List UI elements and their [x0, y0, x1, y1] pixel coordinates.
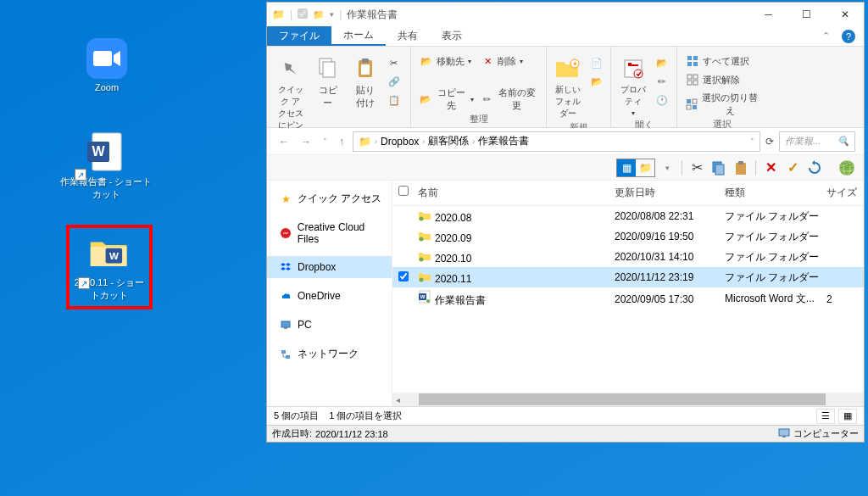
- checkbox-icon[interactable]: [298, 8, 308, 21]
- globe-button[interactable]: [837, 158, 857, 178]
- rename-button[interactable]: ✏名前の変更: [479, 86, 539, 113]
- chevron-right-icon: ›: [375, 137, 377, 146]
- copy-path-button[interactable]: 🔗: [386, 74, 404, 89]
- menu-home[interactable]: ホーム: [331, 26, 386, 46]
- svg-text:W: W: [420, 294, 426, 299]
- nav-forward-button[interactable]: →: [298, 136, 314, 148]
- cut-button[interactable]: ✂: [386, 55, 404, 70]
- column-name[interactable]: 名前: [415, 186, 615, 200]
- breadcrumb-item[interactable]: Dropbox: [381, 136, 419, 148]
- help-icon[interactable]: ?: [842, 30, 855, 43]
- search-icon: 🔍: [837, 136, 849, 147]
- file-row[interactable]: W作業報告書2020/09/05 17:30Microsoft Word 文..…: [392, 287, 864, 310]
- file-name: 2020.08: [415, 209, 615, 224]
- file-row[interactable]: 2020.082020/08/08 22:31ファイル フォルダー: [392, 206, 864, 226]
- menu-file[interactable]: ファイル: [267, 26, 331, 46]
- horizontal-scrollbar[interactable]: ◂: [392, 393, 864, 406]
- paste-button[interactable]: [731, 158, 751, 178]
- maximize-button[interactable]: ☐: [787, 3, 826, 26]
- dropdown-icon[interactable]: ▾: [330, 10, 334, 19]
- copy-button[interactable]: コピー: [311, 53, 345, 111]
- select-none-icon: [686, 73, 699, 86]
- file-date: 2020/08/08 22:31: [615, 210, 725, 222]
- open-icon: 📂: [655, 56, 669, 70]
- edit-button[interactable]: ✏: [654, 74, 672, 89]
- paste-button[interactable]: 貼り付け: [348, 53, 382, 111]
- large-icons-view-button[interactable]: ▦: [838, 409, 857, 424]
- menu-share[interactable]: 共有: [386, 26, 430, 46]
- copy-button[interactable]: [709, 158, 729, 178]
- shortcut-arrow-icon: ↗: [75, 169, 86, 181]
- svg-rect-20: [687, 75, 692, 79]
- refresh-button[interactable]: [804, 158, 825, 178]
- file-row[interactable]: 2020.092020/09/16 19:50ファイル フォルダー: [392, 226, 864, 247]
- onedrive-icon: [279, 289, 292, 303]
- refresh-button[interactable]: ⟳: [765, 136, 774, 148]
- copy-to-button[interactable]: 📂コピー先▾: [418, 86, 476, 113]
- file-row[interactable]: 2020.112020/11/12 23:19ファイル フォルダー: [392, 267, 864, 287]
- file-name: W作業報告書: [415, 290, 615, 308]
- nav-network[interactable]: ネットワーク: [267, 343, 392, 365]
- nav-dropbox[interactable]: Dropbox: [267, 256, 392, 278]
- close-button[interactable]: ✕: [826, 3, 864, 26]
- svg-point-43: [420, 278, 424, 282]
- svg-rect-36: [281, 321, 290, 327]
- ribbon-collapse-icon[interactable]: ⌃: [822, 31, 830, 42]
- zoom-app-icon: [86, 38, 127, 79]
- select-all-button[interactable]: すべて選択: [684, 53, 760, 69]
- nav-up-button[interactable]: ↑: [336, 136, 348, 148]
- scrollbar-thumb[interactable]: [419, 393, 826, 405]
- row-checkbox[interactable]: [392, 271, 415, 284]
- desktop-icon-word-shortcut[interactable]: W ↗ 作業報告書 - ショートカット: [59, 131, 153, 201]
- svg-rect-22: [687, 81, 692, 85]
- nav-back-button[interactable]: ←: [275, 136, 292, 148]
- paste-shortcut-button[interactable]: 📋: [386, 92, 404, 108]
- select-none-button[interactable]: 選択解除: [684, 72, 760, 87]
- folder-icon: [418, 249, 431, 263]
- header-checkbox[interactable]: [392, 186, 415, 200]
- new-folder-button[interactable]: ✦ 新しいフォルダー: [551, 53, 585, 121]
- nav-onedrive[interactable]: OneDrive: [267, 285, 392, 307]
- select-invert-button[interactable]: 選択の切り替え: [684, 91, 760, 118]
- nav-recent-button[interactable]: ˅: [320, 137, 331, 146]
- dropdown-button[interactable]: ▾: [657, 158, 677, 178]
- delete-button[interactable]: ✕: [760, 158, 781, 178]
- minimize-button[interactable]: ─: [749, 3, 787, 26]
- move-icon: 📂: [420, 54, 433, 68]
- file-name: 2020.09: [415, 229, 615, 244]
- view-icons-button[interactable]: 📁: [636, 159, 654, 176]
- cut-button[interactable]: ✂: [687, 158, 707, 178]
- move-to-button[interactable]: 📂移動先▾: [418, 53, 476, 69]
- column-date[interactable]: 更新日時: [615, 186, 725, 200]
- folder-icon: [418, 270, 431, 283]
- breadcrumb-item[interactable]: 顧客関係: [428, 134, 469, 148]
- desktop-icon-zoom[interactable]: Zoom: [75, 38, 139, 92]
- select-invert-icon: [686, 98, 698, 111]
- delete-button[interactable]: ✕削除▾: [479, 53, 539, 69]
- nav-pc[interactable]: PC: [267, 314, 392, 336]
- details-view-button[interactable]: ☰: [816, 409, 835, 424]
- view-list-button[interactable]: ▦: [617, 159, 636, 176]
- menu-view[interactable]: 表示: [430, 26, 474, 46]
- new-item-button[interactable]: 📄: [588, 55, 607, 70]
- easy-access-button[interactable]: 📂: [588, 74, 607, 89]
- dropdown-icon[interactable]: ˅: [750, 137, 754, 146]
- nav-quick-access[interactable]: ★ クイック アクセス: [267, 187, 392, 210]
- breadcrumb[interactable]: 📁 › Dropbox › 顧客関係 › 作業報告書 ˅: [353, 131, 760, 152]
- file-row[interactable]: 2020.102020/10/31 14:10ファイル フォルダー: [392, 247, 864, 267]
- breadcrumb-item[interactable]: 作業報告書: [478, 134, 529, 148]
- column-type[interactable]: 種類: [725, 186, 826, 200]
- history-button[interactable]: 🕐: [654, 92, 672, 108]
- copy-icon: [314, 55, 342, 82]
- column-size[interactable]: サイズ: [826, 186, 864, 200]
- nav-creative-cloud[interactable]: Creative Cloud Files: [267, 217, 392, 249]
- scroll-left-icon[interactable]: ◂: [392, 395, 403, 404]
- checkmark-button[interactable]: ✓: [782, 158, 803, 178]
- desktop-icon-folder-shortcut[interactable]: W ↗ 2020.11 - ショートカット: [66, 225, 153, 309]
- path-icon: 🔗: [387, 75, 401, 88]
- open-button[interactable]: 📂: [654, 55, 672, 70]
- file-type: Microsoft Word 文...: [725, 292, 826, 306]
- properties-button[interactable]: プロパティ ▾: [616, 53, 650, 119]
- folder-word-icon: W: [89, 232, 130, 273]
- search-input[interactable]: 作業報... 🔍: [779, 131, 855, 152]
